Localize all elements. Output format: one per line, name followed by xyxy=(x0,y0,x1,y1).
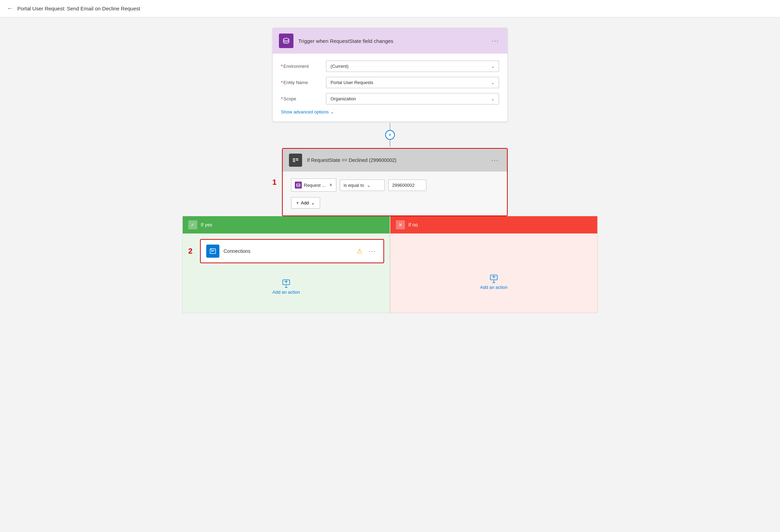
operator-chevron: ⌄ xyxy=(367,183,371,188)
chip-close-button[interactable]: ✕ xyxy=(329,183,333,187)
step-number-1: 1 xyxy=(272,178,279,187)
scope-label: *Scope xyxy=(281,96,326,101)
no-x-icon: ✕ xyxy=(396,220,405,229)
branch-no: ✕ If no Add an action xyxy=(390,216,598,313)
svg-rect-3 xyxy=(293,161,295,162)
condition-card: If RequestState == Declined (299600002) … xyxy=(282,148,508,216)
branch-no-content: Add an action xyxy=(390,233,597,295)
svg-rect-4 xyxy=(296,158,298,159)
branch-no-label: If no xyxy=(408,222,418,228)
operator-select[interactable]: is equal to ⌄ xyxy=(340,180,385,191)
add-action-container-no: Add an action xyxy=(396,267,592,290)
trigger-icon xyxy=(279,34,293,48)
svg-rect-5 xyxy=(296,160,298,160)
connector-1: + xyxy=(385,123,395,147)
step-number-2: 2 xyxy=(188,247,195,256)
show-advanced-button[interactable]: Show advanced options ⌄ xyxy=(281,109,334,114)
trigger-title: Trigger when RequestState field changes xyxy=(298,38,485,44)
entity-label: *Entity Name xyxy=(281,80,326,85)
add-condition-button[interactable]: + Add ⌄ xyxy=(291,197,320,209)
trigger-ellipsis-button[interactable]: ··· xyxy=(490,37,501,45)
trigger-header: Trigger when RequestState field changes … xyxy=(273,28,507,54)
top-bar: ← Portal User Request: Send Email on Dec… xyxy=(0,0,780,17)
environment-select[interactable]: (Current) ⌄ xyxy=(326,61,499,72)
scope-chevron: ⌄ xyxy=(491,97,495,101)
canvas: Trigger when RequestState field changes … xyxy=(0,17,780,532)
scope-select[interactable]: Organization ⌄ xyxy=(326,93,499,104)
connections-action-card[interactable]: O Connections ⚠ ··· xyxy=(200,239,384,263)
branch-yes: ✓ If yes 2 O xyxy=(182,216,390,313)
add-icon: + xyxy=(296,200,299,205)
condition-body: Request ... ✕ is equal to ⌄ 299600002 + … xyxy=(283,172,507,215)
action-icon-wrap: O xyxy=(206,245,219,258)
chip-label: Request ... xyxy=(304,183,326,188)
add-action-container-yes: Add an action xyxy=(188,272,384,295)
trigger-card: Trigger when RequestState field changes … xyxy=(272,28,508,122)
branch-no-header: ✕ If no xyxy=(390,216,597,233)
warning-icon: ⚠ xyxy=(357,247,362,255)
add-action-label-yes: Add an action xyxy=(272,290,300,295)
entity-chevron: ⌄ xyxy=(491,80,495,85)
condition-header: If RequestState == Declined (299600002) … xyxy=(283,149,507,172)
svg-rect-2 xyxy=(293,160,295,160)
scope-row: *Scope Organization ⌄ xyxy=(281,93,499,104)
add-action-button-no[interactable]: Add an action xyxy=(480,274,508,290)
branches-container: ✓ If yes 2 O xyxy=(182,216,598,313)
trigger-body: *Environment (Current) ⌄ *Entity Name Po… xyxy=(273,54,507,121)
add-step-button[interactable]: + xyxy=(385,130,395,140)
entity-row: *Entity Name Portal User Requests ⌄ xyxy=(281,77,499,88)
environment-row: *Environment (Current) ⌄ xyxy=(281,61,499,72)
yes-check-icon: ✓ xyxy=(188,220,197,229)
connector-line-bottom xyxy=(390,140,390,147)
environment-value: (Current) xyxy=(330,64,348,69)
add-chevron: ⌄ xyxy=(311,200,315,205)
condition-value-input[interactable]: 299600002 xyxy=(388,180,426,191)
environment-label: *Environment xyxy=(281,64,326,69)
svg-point-6 xyxy=(297,183,300,185)
back-button[interactable]: ← xyxy=(7,5,13,12)
chip-db-icon xyxy=(295,182,302,189)
action-ellipsis-button[interactable]: ··· xyxy=(366,247,378,256)
svg-rect-9 xyxy=(211,251,214,252)
action-step-row: 2 O Connections ⚠ ··· xyxy=(188,239,384,263)
action-title: Connections xyxy=(224,248,353,254)
branch-yes-content: 2 O Connections ⚠ ··· xyxy=(183,233,390,300)
scope-value: Organization xyxy=(330,96,356,101)
condition-icon xyxy=(289,154,302,167)
svg-rect-8 xyxy=(211,250,215,251)
add-label: Add xyxy=(301,200,309,205)
environment-chevron: ⌄ xyxy=(491,64,495,69)
branch-yes-label: If yes xyxy=(201,222,212,228)
add-action-button-yes[interactable]: Add an action xyxy=(272,278,300,295)
svg-rect-1 xyxy=(293,158,295,159)
connector-line-top xyxy=(390,123,390,130)
show-advanced-label: Show advanced options xyxy=(281,109,329,114)
condition-chip[interactable]: Request ... ✕ xyxy=(291,178,336,192)
add-action-label-no: Add an action xyxy=(480,285,508,290)
condition-title: If RequestState == Declined (299600002) xyxy=(307,157,484,163)
svg-text:O: O xyxy=(210,248,212,250)
show-advanced-chevron: ⌄ xyxy=(330,109,334,114)
branch-yes-header: ✓ If yes xyxy=(183,216,390,233)
entity-select[interactable]: Portal User Requests ⌄ xyxy=(326,77,499,88)
condition-ellipsis-button[interactable]: ··· xyxy=(489,156,501,165)
svg-point-0 xyxy=(283,38,289,41)
entity-value: Portal User Requests xyxy=(330,80,373,85)
operator-value: is equal to xyxy=(344,183,364,188)
condition-row-wrapper: 1 If RequestState == Declined (299600002… xyxy=(272,148,508,216)
page-title: Portal User Request: Send Email on Decli… xyxy=(17,6,140,11)
condition-expression-row: Request ... ✕ is equal to ⌄ 299600002 xyxy=(291,178,499,192)
